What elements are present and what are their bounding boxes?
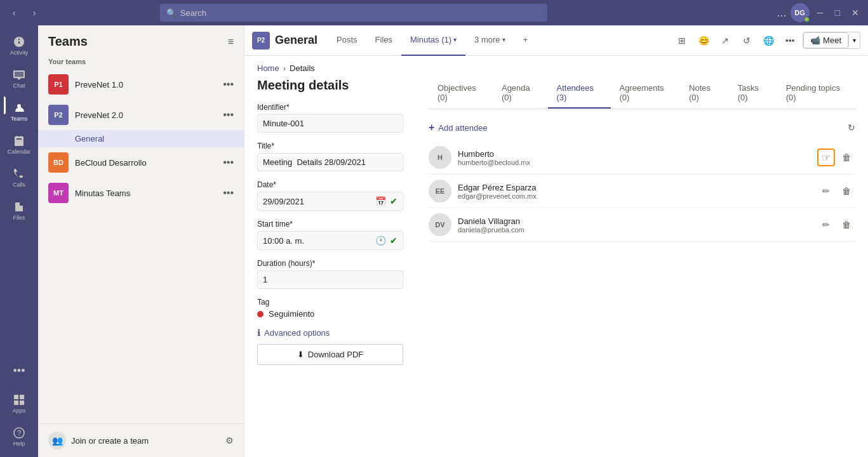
attendee-row-edgar: EE Edgar Pérez Esparza edgar@prevenet.co… [429,175,855,208]
refresh-button[interactable]: ↺ [738,32,756,50]
tab-objectives[interactable]: Objectives (0) [429,78,493,109]
attendee-name-humberto: Humberto [458,149,811,159]
tab-posts[interactable]: Posts [328,25,366,56]
duration-input[interactable] [263,275,397,284]
back-button[interactable]: ‹ [5,4,23,22]
delete-attendee-daniela-button[interactable]: 🗑 [838,216,855,234]
edit-attendee-daniela-button[interactable]: ✏ [817,216,835,234]
tab-chevron: ▾ [453,36,457,43]
download-icon: ⬇ [297,350,304,359]
team-item-minutas[interactable]: MT Minutas Teams ••• [38,178,244,208]
sidebar-item-help[interactable]: ? Help [4,421,34,452]
title-input[interactable] [263,157,397,167]
breadcrumb-home[interactable]: Home [257,63,279,73]
edit-attendee-humberto-button[interactable]: ☞ [817,149,835,166]
meet-button[interactable]: 📹 Meet [803,32,848,48]
advanced-options[interactable]: ℹ Advanced options [257,328,403,338]
add-attendee-row[interactable]: + Add attendee ↻ [429,118,855,141]
forward-button[interactable]: › [25,4,43,22]
tab-tasks[interactable]: Tasks (0) [729,78,777,109]
channel-more-button[interactable]: ••• [781,32,799,50]
tab-files[interactable]: Files [366,25,401,56]
edit-attendee-edgar-button[interactable]: ✏ [817,182,835,200]
sidebar-item-chat[interactable]: Chat [4,63,34,94]
breadcrumb-separator: › [283,63,286,73]
attendee-info-daniela: Daniela Villagran daniela@prueba.com [458,216,811,234]
main-layout: Activity Chat Teams Calendar [0,25,868,457]
date-group: Date* 📅 ✔ [257,180,403,211]
meet-chevron-button[interactable]: ▾ [848,34,860,46]
start-time-group: Start time* 🕐 ✔ [257,220,403,250]
download-pdf-button[interactable]: ⬇ Download PDF [257,344,403,365]
team-avatar-prevenet1: P1 [48,74,69,95]
svg-rect-0 [14,395,18,399]
time-check-icon: ✔ [390,235,397,246]
right-panel: Objectives (0) Agenda (0) Attendees (3) … [429,78,855,444]
sidebar-item-activity[interactable]: Activity [4,30,34,61]
title-label: Title* [257,142,403,150]
meet-button-group: 📹 Meet ▾ [803,32,860,49]
search-input[interactable] [180,8,541,18]
join-create-team[interactable]: 👥 Join or create a team ⚙ [38,423,244,457]
attendees-refresh-button[interactable]: ↻ [848,123,855,133]
main-content: P2 General Posts Files Minutas (1) ▾ 3 m… [244,25,868,457]
tag-row: Seguimiento [257,309,403,319]
sidebar-item-teams[interactable]: Teams [4,96,34,127]
globe-button[interactable]: 🌐 [759,32,777,50]
sidebar-item-calls[interactable]: Calls [4,162,34,193]
screen-share-button[interactable]: ⊞ [673,32,691,50]
popout-button[interactable]: ↗ [716,32,734,50]
tab-agenda[interactable]: Agenda (0) [493,78,548,109]
channel-header: P2 General Posts Files Minutas (1) ▾ 3 m… [244,25,868,56]
more-options-button[interactable]: ... [777,6,787,20]
start-time-field: 🕐 ✔ [257,231,403,250]
sidebar-item-files[interactable]: Files [4,195,34,226]
meeting-form: Meeting details Identifier* Title* [257,78,403,444]
sidebar-item-calendar[interactable]: Calendar [4,129,34,160]
search-icon: 🔍 [166,8,177,18]
sidebar-item-apps[interactable]: Apps [4,388,34,419]
tab-add[interactable]: + [514,25,537,56]
trash-icon: 🗑 [842,220,851,230]
team-item-prevenet1[interactable]: P1 PreveNet 1.0 ••• [38,69,244,100]
date-input[interactable] [263,197,371,206]
svg-text:?: ? [17,429,21,437]
add-icon: + [429,122,434,133]
close-button[interactable]: ✕ [848,8,863,18]
channel-item-general[interactable]: General [38,130,244,147]
tab-notes[interactable]: Notes (0) [680,78,729,109]
team-menu-becloud[interactable]: ••• [223,157,234,168]
avatar[interactable]: DG [791,3,810,22]
add-attendee-label: Add attendee [438,123,487,133]
attendee-avatar-daniela: DV [429,213,451,236]
delete-attendee-humberto-button[interactable]: 🗑 [838,149,855,166]
identifier-input[interactable] [263,119,397,128]
team-item-becloud[interactable]: BD BeCloud Desarrollo ••• [38,147,244,178]
minimize-button[interactable]: ─ [813,8,827,18]
emoji-button[interactable]: 😊 [695,32,712,50]
team-menu-minutas[interactable]: ••• [223,187,234,199]
team-menu-prevenet1[interactable]: ••• [223,79,234,90]
date-label: Date* [257,180,403,189]
maximize-button[interactable]: □ [831,8,844,18]
team-item-prevenet2[interactable]: P2 PreveNet 2.0 ••• [38,100,244,130]
tab-more[interactable]: 3 more ▾ [465,25,514,56]
attendee-actions-daniela: ✏ 🗑 [817,216,855,234]
team-menu-prevenet2[interactable]: ••• [223,109,234,121]
tab-minutas[interactable]: Minutas (1) ▾ [401,25,465,56]
start-time-input[interactable] [263,236,371,246]
calendar-icon[interactable]: 📅 [375,196,386,206]
pencil-icon: ✏ [822,220,830,230]
tab-more-chevron: ▾ [502,36,505,43]
tab-agreements[interactable]: Agreements (0) [611,78,681,109]
teams-filter-button[interactable]: ≡ [228,36,234,48]
settings-button[interactable]: ⚙ [225,435,234,446]
clock-icon[interactable]: 🕐 [375,235,386,246]
sidebar-item-more[interactable]: ••• [4,355,34,386]
tab-attendees[interactable]: Attendees (3) [548,78,611,109]
meeting-details: Meeting details Identifier* Title* [244,78,868,457]
trash-icon: 🗑 [842,152,851,162]
delete-attendee-edgar-button[interactable]: 🗑 [838,182,855,200]
attendee-name-daniela: Daniela Villagran [458,216,811,226]
tab-pending[interactable]: Pending topics (0) [777,78,855,109]
